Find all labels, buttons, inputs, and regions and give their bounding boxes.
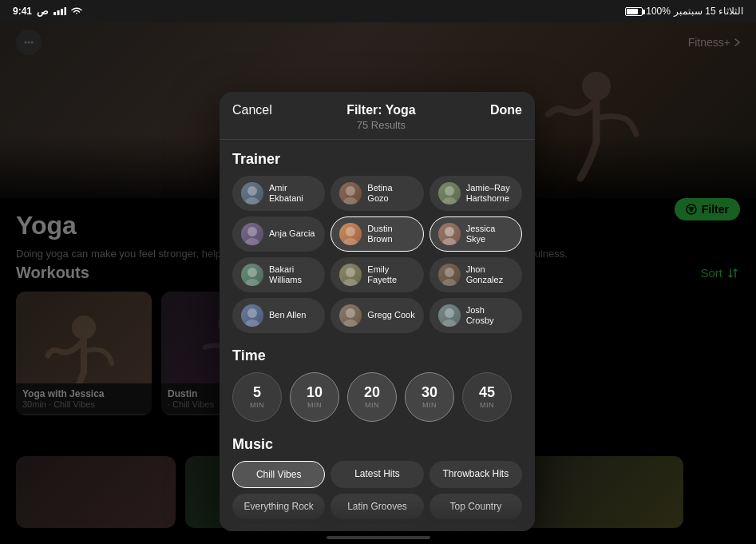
status-right: الثلاثاء 15 سبتمبر 100%: [625, 6, 743, 17]
trainer-avatar-jg: [438, 264, 461, 286]
trainer-chip-jrh[interactable]: Jamie–Ray Hartshorne: [429, 176, 522, 211]
svg-point-18: [245, 238, 259, 245]
svg-point-17: [247, 227, 257, 236]
music-chip-topcountry[interactable]: Top Country: [429, 494, 522, 519]
avatar-face: [339, 304, 362, 327]
svg-point-12: [245, 197, 259, 204]
svg-point-29: [247, 308, 257, 318]
trainer-section-title: Trainer: [232, 151, 522, 168]
time-chip-30[interactable]: 30 MIN: [405, 372, 454, 422]
music-chip-everythingrock[interactable]: Everything Rock: [232, 494, 325, 519]
music-chip-upbeat[interactable]: Upbeat Anthems: [429, 525, 522, 531]
music-chip-latesthits[interactable]: Latest Hits: [331, 461, 423, 488]
trainer-name-jg: Jhon Gonzalez: [466, 264, 513, 285]
trainer-chip-js[interactable]: Jessica Skye: [429, 216, 522, 252]
home-indicator: [327, 536, 430, 539]
avatar-face: [438, 182, 461, 204]
trainer-name-ae: Amir Ekbatani: [269, 183, 316, 204]
modal-title: Filter: Yoga: [272, 103, 490, 117]
avatar-face: [339, 223, 362, 245]
modal-results: 75 Results: [272, 119, 490, 131]
trainer-avatar-gc: [339, 304, 362, 327]
trainer-avatar-js: [438, 223, 461, 245]
trainer-avatar-ae: [241, 182, 263, 204]
trainer-chip-bg[interactable]: Betina Gozo: [331, 176, 423, 211]
avatar-face: [241, 264, 263, 286]
svg-point-28: [442, 279, 457, 286]
music-chip-throwbackhits[interactable]: Throwback Hits: [429, 461, 522, 488]
modal-cancel-button[interactable]: Cancel: [232, 103, 272, 117]
music-section-title: Music: [232, 436, 522, 453]
svg-point-14: [343, 197, 358, 204]
time-chip-10[interactable]: 10 MIN: [290, 372, 339, 422]
time-chip-45[interactable]: 45 MIN: [462, 372, 512, 422]
svg-point-34: [442, 320, 457, 327]
svg-point-24: [245, 279, 259, 286]
trainer-name-bg: Betina Gozo: [367, 183, 414, 204]
trainer-grid: Amir Ekbatani Betina Gozo: [232, 176, 522, 333]
time-circles: 5 MIN 10 MIN 20 MIN 30 MIN 45 MIN: [232, 372, 522, 422]
music-chip-chillvibes[interactable]: Chill Vibes: [232, 461, 325, 488]
modal-title-block: Filter: Yoga 75 Results: [272, 103, 490, 131]
time-value-45: 45: [479, 385, 495, 399]
svg-rect-0: [53, 12, 56, 15]
trainer-chip-jg[interactable]: Jhon Gonzalez: [429, 257, 522, 292]
wifi-icon: [71, 7, 82, 15]
avatar-face: [339, 264, 362, 286]
svg-point-23: [247, 268, 257, 277]
trainer-chip-ba[interactable]: Ben Allen: [232, 298, 325, 333]
trainer-name-ba: Ben Allen: [269, 310, 306, 320]
trainer-chip-ef[interactable]: Emily Fayette: [331, 257, 423, 292]
trainer-avatar-bw: [241, 264, 263, 286]
status-bar: 9:41 ص الثلاثاء 15 سبتمبر 100%: [0, 0, 756, 22]
modal-done-button[interactable]: Done: [490, 103, 522, 117]
trainer-name-js: Jessica Skye: [466, 224, 513, 244]
time-unit-45: MIN: [480, 401, 494, 409]
trainer-chip-jc[interactable]: Josh Crosby: [429, 298, 522, 333]
music-chip-purepop[interactable]: Pure Pop: [331, 525, 423, 531]
svg-point-21: [445, 227, 454, 236]
time-value-20: 20: [364, 385, 380, 399]
time-value-10: 10: [307, 385, 323, 399]
trainer-chip-gc[interactable]: Gregg Cook: [331, 298, 423, 333]
trainer-chip-ae[interactable]: Amir Ekbatani: [232, 176, 325, 211]
trainer-avatar-ag: [241, 223, 263, 245]
time-unit-5: MIN: [250, 401, 264, 409]
ampm-display: ص: [37, 6, 49, 17]
svg-point-16: [442, 197, 457, 204]
time-unit-20: MIN: [365, 401, 379, 409]
modal-body: Trainer Amir Ekbatani: [220, 140, 535, 531]
battery-percent: 100%: [646, 6, 671, 17]
time-section-title: Time: [232, 347, 522, 364]
trainer-name-bw: Bakari Williams: [269, 264, 316, 285]
music-section: Music Chill Vibes Latest Hits Throwback …: [232, 436, 522, 531]
trainer-name-ef: Emily Fayette: [367, 264, 414, 285]
time-chip-5[interactable]: 5 MIN: [232, 372, 282, 422]
date-display: الثلاثاء 15 سبتمبر: [674, 6, 743, 17]
trainer-chip-db[interactable]: Dustin Brown: [331, 216, 423, 252]
trainer-name-ag: Anja Garcia: [269, 228, 315, 239]
trainer-avatar-db: [339, 223, 362, 245]
avatar-face: [438, 223, 461, 245]
time-display: 9:41: [13, 6, 32, 17]
trainer-chip-ag[interactable]: Anja Garcia: [232, 216, 325, 252]
svg-rect-2: [61, 9, 63, 15]
trainer-name-db: Dustin Brown: [367, 224, 414, 244]
svg-point-31: [346, 308, 355, 318]
music-chip-hiphop[interactable]: Hip Hop/R&B: [232, 525, 325, 531]
trainer-chip-bw[interactable]: Bakari Williams: [232, 257, 325, 292]
filter-modal: Cancel Filter: Yoga 75 Results Done Trai…: [220, 92, 535, 531]
avatar-face: [438, 304, 461, 327]
music-chip-latingrooves[interactable]: Latin Grooves: [331, 494, 423, 519]
time-chip-20[interactable]: 20 MIN: [347, 372, 397, 422]
status-left: 9:41 ص: [13, 6, 82, 17]
avatar-face: [241, 223, 263, 245]
avatar-face: [241, 182, 263, 204]
time-section: Time 5 MIN 10 MIN 20 MIN 30 MIN: [232, 347, 522, 422]
svg-point-26: [343, 279, 358, 286]
battery-icon: [625, 7, 643, 16]
trainer-name-jrh: Jamie–Ray Hartshorne: [466, 183, 513, 204]
svg-point-11: [247, 186, 257, 196]
svg-point-33: [445, 308, 454, 318]
svg-point-27: [445, 268, 454, 277]
